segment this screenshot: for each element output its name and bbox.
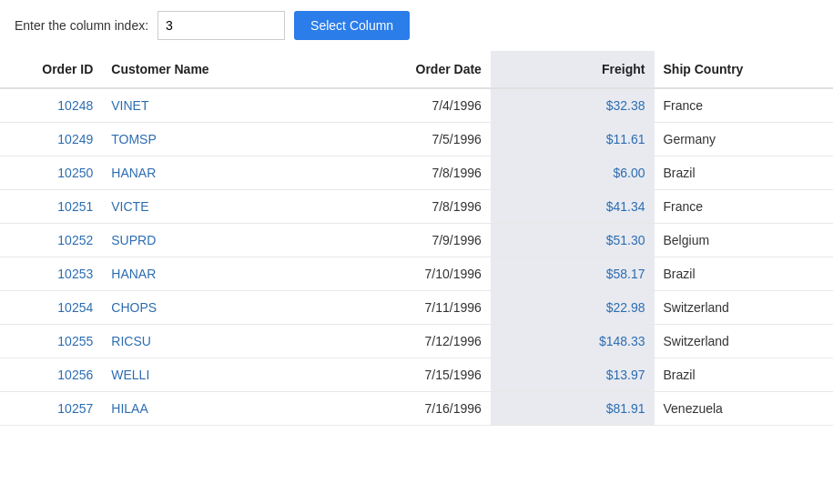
cell-shipcountry: Venezuela xyxy=(655,392,834,426)
col-header-customername: Customer Name xyxy=(102,51,286,88)
col-header-freight: Freight xyxy=(491,51,655,88)
cell-orderid: 10250 xyxy=(0,156,102,190)
cell-orderdate: 7/15/1996 xyxy=(286,358,491,392)
cell-shipcountry: Switzerland xyxy=(655,291,834,325)
table-row: 10248VINET7/4/1996$32.38France xyxy=(0,88,833,123)
column-index-label: Enter the column index: xyxy=(15,18,148,33)
cell-orderid: 10256 xyxy=(0,358,102,392)
table-row: 10251VICTE7/8/1996$41.34France xyxy=(0,190,833,224)
cell-customername: CHOPS xyxy=(102,291,286,325)
cell-freight: $13.97 xyxy=(491,358,655,392)
table-row: 10249TOMSP7/5/1996$11.61Germany xyxy=(0,123,833,156)
cell-shipcountry: France xyxy=(655,88,834,123)
cell-customername: RICSU xyxy=(102,325,286,358)
table-row: 10255RICSU7/12/1996$148.33Switzerland xyxy=(0,325,833,358)
cell-orderdate: 7/8/1996 xyxy=(286,156,491,190)
cell-shipcountry: Brazil xyxy=(655,358,834,392)
cell-orderdate: 7/12/1996 xyxy=(286,325,491,358)
cell-freight: $148.33 xyxy=(491,325,655,358)
select-column-button[interactable]: Select Column xyxy=(294,11,410,40)
cell-freight: $22.98 xyxy=(491,291,655,325)
cell-shipcountry: France xyxy=(655,190,834,224)
table-body: 10248VINET7/4/1996$32.38France10249TOMSP… xyxy=(0,88,833,426)
cell-customername: HILAA xyxy=(102,392,286,426)
cell-shipcountry: Germany xyxy=(655,123,834,156)
column-index-input[interactable] xyxy=(157,11,285,40)
cell-freight: $32.38 xyxy=(491,88,655,123)
cell-freight: $11.61 xyxy=(491,123,655,156)
cell-orderid: 10248 xyxy=(0,88,102,123)
cell-customername: VICTE xyxy=(102,190,286,224)
cell-orderdate: 7/16/1996 xyxy=(286,392,491,426)
cell-orderid: 10257 xyxy=(0,392,102,426)
table-row: 10254CHOPS7/11/1996$22.98Switzerland xyxy=(0,291,833,325)
cell-orderid: 10249 xyxy=(0,123,102,156)
cell-orderid: 10255 xyxy=(0,325,102,358)
cell-customername: HANAR xyxy=(102,257,286,291)
cell-shipcountry: Brazil xyxy=(655,257,834,291)
cell-freight: $58.17 xyxy=(491,257,655,291)
cell-shipcountry: Brazil xyxy=(655,156,834,190)
cell-customername: SUPRD xyxy=(102,224,286,257)
table-row: 10253HANAR7/10/1996$58.17Brazil xyxy=(0,257,833,291)
col-header-orderdate: Order Date xyxy=(286,51,491,88)
cell-customername: WELLI xyxy=(102,358,286,392)
col-header-orderid: Order ID xyxy=(0,51,102,88)
col-header-shipcountry: Ship Country xyxy=(655,51,834,88)
cell-customername: HANAR xyxy=(102,156,286,190)
cell-freight: $51.30 xyxy=(491,224,655,257)
cell-orderid: 10254 xyxy=(0,291,102,325)
cell-orderdate: 7/11/1996 xyxy=(286,291,491,325)
cell-shipcountry: Switzerland xyxy=(655,325,834,358)
cell-orderdate: 7/5/1996 xyxy=(286,123,491,156)
table-row: 10256WELLI7/15/1996$13.97Brazil xyxy=(0,358,833,392)
table-row: 10257HILAA7/16/1996$81.91Venezuela xyxy=(0,392,833,426)
table-row: 10252SUPRD7/9/1996$51.30Belgium xyxy=(0,224,833,257)
data-table: Order ID Customer Name Order Date Freigh… xyxy=(0,51,833,426)
table-header: Order ID Customer Name Order Date Freigh… xyxy=(0,51,833,88)
cell-customername: VINET xyxy=(102,88,286,123)
table-container: Order ID Customer Name Order Date Freigh… xyxy=(0,51,833,504)
cell-orderdate: 7/9/1996 xyxy=(286,224,491,257)
table-row: 10250HANAR7/8/1996$6.00Brazil xyxy=(0,156,833,190)
cell-freight: $41.34 xyxy=(491,190,655,224)
cell-orderdate: 7/4/1996 xyxy=(286,88,491,123)
cell-orderdate: 7/10/1996 xyxy=(286,257,491,291)
cell-customername: TOMSP xyxy=(102,123,286,156)
cell-freight: $6.00 xyxy=(491,156,655,190)
cell-orderdate: 7/8/1996 xyxy=(286,190,491,224)
cell-freight: $81.91 xyxy=(491,392,655,426)
top-bar: Enter the column index: Select Column xyxy=(0,0,833,51)
cell-orderid: 10251 xyxy=(0,190,102,224)
cell-orderid: 10253 xyxy=(0,257,102,291)
cell-orderid: 10252 xyxy=(0,224,102,257)
cell-shipcountry: Belgium xyxy=(655,224,834,257)
